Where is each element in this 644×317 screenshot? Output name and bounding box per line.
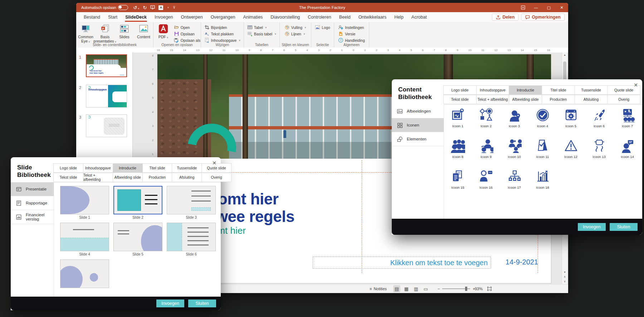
library-icon-cell[interactable]: Icoon 11 — [528, 139, 557, 169]
insert-button[interactable]: Invoegen — [578, 223, 606, 231]
ribbon-button[interactable]: PDF∨ — [154, 23, 173, 40]
ribbon-tab[interactable]: Invoegen — [151, 12, 177, 22]
notes-toggle[interactable]: ≡Notities — [370, 284, 387, 293]
slide-template-card[interactable]: Slide 2 — [113, 186, 162, 220]
close-dialog-button[interactable]: Sluiten — [188, 299, 216, 307]
library-icon-cell[interactable]: Icoon 16 — [472, 169, 500, 200]
slide-template-card[interactable]: Slide 4 — [60, 223, 109, 257]
ribbon-button[interactable]: Common Eye∨ — [76, 23, 96, 44]
category-tab[interactable]: Introductie — [113, 163, 143, 173]
category-tab[interactable]: Tekst + afbeelding — [83, 173, 113, 182]
category-tab[interactable]: Titel slide — [142, 163, 172, 173]
ribbon-tab[interactable]: Bestand — [80, 12, 104, 22]
ribbon-tab[interactable]: Help — [390, 12, 408, 22]
footer-text-placeholder[interactable]: Klikken om tekst toe te voegen — [313, 257, 491, 269]
library-icon-cell[interactable]: Icoon 2 — [472, 108, 500, 139]
ribbon-button[interactable]: Versie — [338, 31, 355, 37]
category-tab[interactable]: Tussenslide — [172, 163, 202, 173]
slide-template-preview[interactable] — [60, 223, 109, 251]
slideshow-view-button[interactable]: ▭ — [422, 285, 429, 292]
category-tab[interactable]: Tekst slide — [443, 95, 477, 104]
close-button[interactable]: ✕ — [555, 3, 568, 12]
minimize-button[interactable]: — — [530, 3, 542, 12]
library-icon-cell[interactable]: Icoon 13 — [585, 139, 613, 169]
ribbon-button[interactable]: Tabel∨ — [247, 24, 267, 30]
ribbon-button[interactable]: Basis tabel∨ — [247, 31, 277, 37]
slide-template-preview[interactable] — [167, 186, 216, 214]
slide-template-card[interactable]: Slide 6 — [167, 223, 216, 257]
slide-sorter-view-button[interactable]: ▦ — [403, 285, 410, 292]
ribbon-tab[interactable]: Diavoorstelling — [267, 12, 304, 22]
ribbon-tab[interactable]: SlideDeck — [121, 12, 151, 22]
comments-button[interactable]: Opmerkingen — [521, 14, 565, 21]
library-sidebar-item[interactable]: Iconen — [392, 118, 444, 132]
category-tab[interactable]: Producten — [142, 173, 172, 182]
ribbon-tab[interactable]: Ontwerpen — [177, 12, 206, 22]
normal-view-button[interactable]: ▤ — [393, 285, 400, 292]
category-tab[interactable]: Tekst + afbeelding — [476, 95, 509, 104]
horizontal-ruler[interactable]: 1615141312111098765432101234567891011121… — [76, 48, 568, 53]
zoom-level[interactable]: 93% — [475, 284, 483, 293]
category-tab[interactable]: Inhoudsopgave — [83, 163, 113, 173]
category-tab[interactable]: Titel slide — [542, 85, 575, 95]
category-tab[interactable]: Afbeelding slide — [113, 173, 143, 182]
library-icon-cell[interactable]: Icoon 14 — [613, 139, 641, 169]
category-tab[interactable]: Logo slide — [443, 85, 477, 95]
category-tab[interactable]: Overig — [201, 173, 231, 182]
slide-template-preview[interactable] — [113, 186, 162, 214]
slide-template-preview[interactable] — [60, 259, 109, 288]
font-style-dropdown-icon[interactable]: ∨ — [167, 6, 169, 9]
font-style-icon[interactable]: A — [158, 5, 163, 10]
library-icon-cell[interactable]: Icoon 15 — [444, 169, 472, 200]
category-tab[interactable]: Tussenslide — [575, 85, 608, 95]
library-sidebar-item[interactable]: Presentatie — [11, 182, 54, 196]
category-tab[interactable]: Afsluiting — [172, 173, 202, 182]
redo-icon[interactable]: ↻ — [143, 5, 147, 10]
category-tab[interactable]: Afbeelding slide — [509, 95, 542, 104]
start-slideshow-icon[interactable] — [150, 5, 155, 10]
ribbon-button[interactable]: Inhoudsopgave∨ — [204, 37, 241, 43]
ribbon-button[interactable]: Instellingen — [338, 24, 364, 30]
library-icon-cell[interactable]: Icoon 4 — [528, 108, 557, 139]
category-tab[interactable]: Inhoudsopgave — [476, 85, 509, 95]
share-button[interactable]: Delen — [492, 14, 518, 21]
library-icon-cell[interactable]: Icoon 17 — [500, 169, 528, 200]
library-icon-cell[interactable]: Icoon 1 — [444, 108, 472, 139]
slide-template-card[interactable]: Slide 3 — [167, 186, 216, 220]
ribbon-tab[interactable]: Overgangen — [207, 12, 239, 22]
next-slide-icon[interactable]: ∨ — [564, 280, 566, 283]
reading-view-button[interactable]: ▥ — [413, 285, 420, 292]
ribbon-tab[interactable]: Controleren — [304, 12, 335, 22]
category-tab[interactable]: Afsluiting — [575, 95, 608, 104]
customize-qat-icon[interactable]: ⊽ — [173, 6, 176, 9]
ribbon-button[interactable]: Logo — [315, 24, 330, 30]
ribbon-button[interactable]: Lijnen∨ — [284, 31, 305, 37]
library-sidebar-item[interactable]: Financieel verslag — [11, 210, 54, 224]
close-dialog-button[interactable]: Sluiten — [610, 223, 638, 231]
fit-slide-icon[interactable] — [487, 284, 492, 293]
slide-date[interactable]: 14-9-2021 — [498, 258, 538, 266]
slide-template-card[interactable]: Slide 5 — [113, 223, 162, 257]
close-icon[interactable]: ✕ — [212, 160, 216, 166]
undo-icon[interactable]: ↺∨ — [133, 5, 139, 10]
ribbon-tab[interactable]: Acrobat — [408, 12, 431, 22]
library-icon-cell[interactable]: Icoon 8 — [444, 139, 472, 169]
insert-button[interactable]: Invoegen — [156, 299, 184, 307]
library-icon-cell[interactable]: Icoon 6 — [585, 108, 613, 139]
slide-thumbnail-1[interactable]: 1 Titel komt hierover twee regels — [76, 54, 132, 78]
library-icon-cell[interactable]: Icoon 18 — [528, 169, 557, 200]
close-icon[interactable]: ✕ — [634, 82, 638, 88]
ribbon-button[interactable]: PBasis presentaties∨ — [96, 23, 115, 44]
ribbon-display-icon[interactable] — [517, 3, 530, 12]
slide-thumbnail-3[interactable]: 3 — [76, 114, 132, 138]
library-icon-cell[interactable]: Icoon 12 — [557, 139, 585, 169]
slide-thumbnail-2[interactable]: 2 Inhoudsopgave — [76, 85, 132, 108]
scroll-up-icon[interactable]: ▴ — [564, 53, 565, 56]
zoom-slider-thumb[interactable] — [465, 287, 467, 291]
category-tab[interactable]: Quote slide — [201, 163, 231, 173]
category-tab[interactable]: Tekst slide — [53, 173, 83, 182]
ribbon-tab[interactable]: Start — [104, 12, 121, 22]
zoom-out-icon[interactable]: − — [438, 287, 440, 291]
autosave-toggle[interactable] — [118, 5, 128, 10]
slide-template-preview[interactable] — [60, 186, 109, 214]
